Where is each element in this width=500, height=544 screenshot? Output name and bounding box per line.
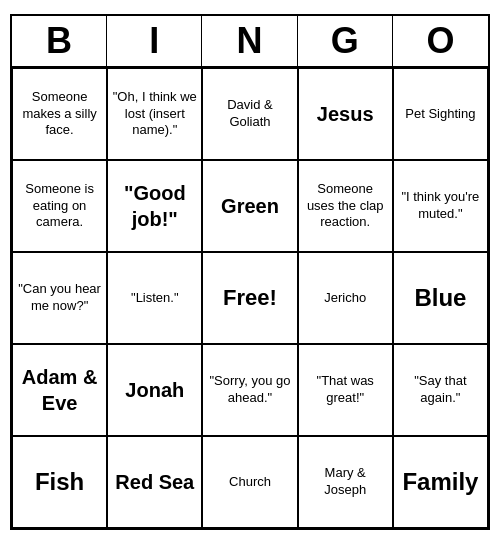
- cell-text-13: Jericho: [324, 290, 366, 307]
- bingo-cell-24[interactable]: Family: [393, 436, 488, 528]
- bingo-cell-22[interactable]: Church: [202, 436, 297, 528]
- bingo-cell-5[interactable]: Someone is eating on camera.: [12, 160, 107, 252]
- header-letter-n: N: [202, 16, 297, 66]
- bingo-cell-10[interactable]: "Can you hear me now?": [12, 252, 107, 344]
- bingo-cell-8[interactable]: Someone uses the clap reaction.: [298, 160, 393, 252]
- cell-text-7: Green: [221, 193, 279, 219]
- cell-text-0: Someone makes a silly face.: [17, 89, 102, 140]
- bingo-cell-18[interactable]: "That was great!": [298, 344, 393, 436]
- bingo-cell-0[interactable]: Someone makes a silly face.: [12, 68, 107, 160]
- bingo-grid: Someone makes a silly face."Oh, I think …: [12, 68, 488, 528]
- cell-text-17: "Sorry, you go ahead.": [207, 373, 292, 407]
- bingo-cell-15[interactable]: Adam & Eve: [12, 344, 107, 436]
- cell-text-22: Church: [229, 474, 271, 491]
- cell-text-4: Pet Sighting: [405, 106, 475, 123]
- cell-text-14: Blue: [414, 282, 466, 313]
- header-letter-o: O: [393, 16, 488, 66]
- cell-text-18: "That was great!": [303, 373, 388, 407]
- bingo-cell-12[interactable]: Free!: [202, 252, 297, 344]
- cell-text-20: Fish: [35, 466, 84, 497]
- bingo-card: BINGO Someone makes a silly face."Oh, I …: [10, 14, 490, 530]
- bingo-cell-4[interactable]: Pet Sighting: [393, 68, 488, 160]
- cell-text-6: "Good job!": [112, 180, 197, 232]
- bingo-cell-9[interactable]: "I think you're muted.": [393, 160, 488, 252]
- bingo-cell-14[interactable]: Blue: [393, 252, 488, 344]
- bingo-cell-11[interactable]: "Listen.": [107, 252, 202, 344]
- cell-text-16: Jonah: [125, 377, 184, 403]
- bingo-cell-2[interactable]: David & Goliath: [202, 68, 297, 160]
- bingo-header: BINGO: [12, 16, 488, 68]
- cell-text-10: "Can you hear me now?": [17, 281, 102, 315]
- bingo-cell-3[interactable]: Jesus: [298, 68, 393, 160]
- bingo-cell-21[interactable]: Red Sea: [107, 436, 202, 528]
- cell-text-2: David & Goliath: [207, 97, 292, 131]
- cell-text-24: Family: [402, 466, 478, 497]
- cell-text-1: "Oh, I think we lost (insert name).": [112, 89, 197, 140]
- bingo-cell-20[interactable]: Fish: [12, 436, 107, 528]
- cell-text-8: Someone uses the clap reaction.: [303, 181, 388, 232]
- bingo-cell-23[interactable]: Mary & Joseph: [298, 436, 393, 528]
- cell-text-21: Red Sea: [115, 469, 194, 495]
- bingo-cell-19[interactable]: "Say that again.": [393, 344, 488, 436]
- header-letter-i: I: [107, 16, 202, 66]
- cell-text-23: Mary & Joseph: [303, 465, 388, 499]
- bingo-cell-6[interactable]: "Good job!": [107, 160, 202, 252]
- cell-text-3: Jesus: [317, 101, 374, 127]
- bingo-cell-1[interactable]: "Oh, I think we lost (insert name).": [107, 68, 202, 160]
- bingo-cell-16[interactable]: Jonah: [107, 344, 202, 436]
- cell-text-12: Free!: [223, 284, 277, 313]
- bingo-cell-17[interactable]: "Sorry, you go ahead.": [202, 344, 297, 436]
- bingo-cell-13[interactable]: Jericho: [298, 252, 393, 344]
- header-letter-g: G: [298, 16, 393, 66]
- cell-text-11: "Listen.": [131, 290, 179, 307]
- header-letter-b: B: [12, 16, 107, 66]
- cell-text-5: Someone is eating on camera.: [17, 181, 102, 232]
- bingo-cell-7[interactable]: Green: [202, 160, 297, 252]
- cell-text-19: "Say that again.": [398, 373, 483, 407]
- cell-text-15: Adam & Eve: [17, 364, 102, 416]
- cell-text-9: "I think you're muted.": [398, 189, 483, 223]
